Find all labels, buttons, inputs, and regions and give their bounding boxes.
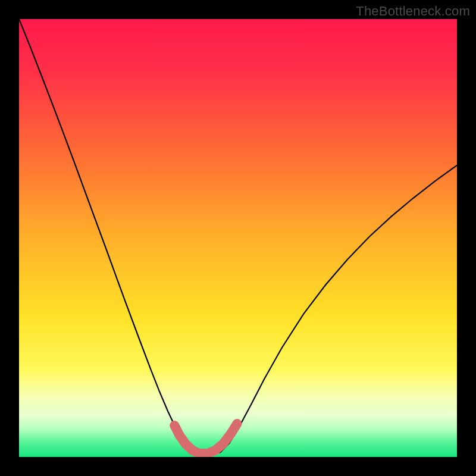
watermark-text: TheBottleneck.com (356, 4, 470, 19)
outer-frame: TheBottleneck.com (0, 0, 476, 476)
chart-svg (19, 19, 457, 457)
gradient-background (19, 19, 457, 457)
plot-area (19, 19, 457, 457)
